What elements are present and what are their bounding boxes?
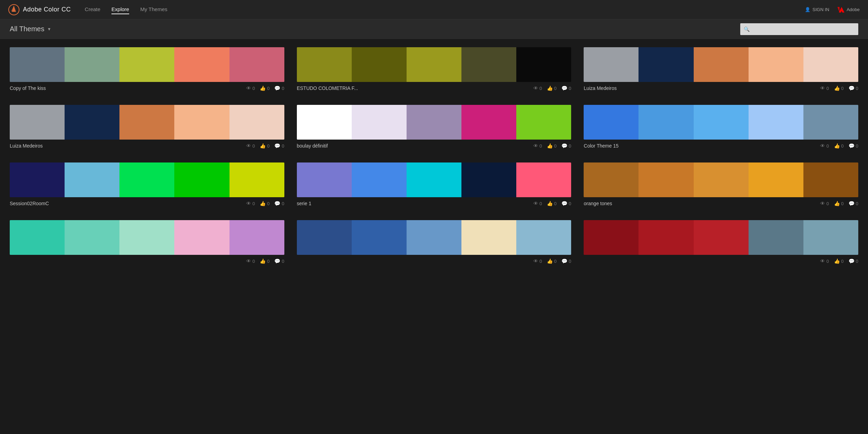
card-stats: 👁 0 👍 0 💬 0	[533, 258, 571, 264]
user-icon: 👤	[805, 7, 810, 12]
color-strip	[584, 105, 858, 140]
color-swatch	[407, 105, 461, 140]
eye-icon: 👁	[820, 85, 825, 91]
card-footer: orange tones 👁 0 👍 0 💬 0	[584, 201, 858, 206]
card-stats: 👁 0 👍 0 💬 0	[533, 143, 571, 149]
views-count: 0	[826, 201, 829, 206]
likes-stat: 👍 0	[547, 258, 557, 264]
color-swatch	[803, 105, 858, 140]
theme-card[interactable]: 👁 0 👍 0 💬 0	[297, 220, 571, 264]
adobe-logo: Adobe	[837, 6, 860, 13]
eye-icon: 👁	[246, 143, 251, 149]
like-icon: 👍	[260, 85, 266, 91]
likes-count: 0	[554, 259, 557, 264]
theme-card[interactable]: Color Theme 15 👁 0 👍 0 💬 0	[584, 105, 858, 149]
likes-count: 0	[554, 143, 557, 149]
adobe-color-logo-icon	[8, 4, 19, 15]
card-footer: ESTUDO COLOMETRIA F... 👁 0 👍 0 💬 0	[297, 85, 571, 91]
theme-card[interactable]: 👁 0 👍 0 💬 0	[584, 220, 858, 264]
theme-card[interactable]: 👁 0 👍 0 💬 0	[10, 220, 284, 264]
theme-title: Color Theme 15	[584, 143, 819, 149]
color-strip	[584, 220, 858, 255]
theme-card[interactable]: Luiza Medeiros 👁 0 👍 0 💬 0	[10, 105, 284, 149]
sign-in-button[interactable]: 👤 SIGN IN	[805, 7, 829, 12]
likes-stat: 👍 0	[834, 85, 844, 91]
color-swatch	[749, 220, 803, 255]
comment-icon: 💬	[561, 143, 567, 149]
theme-card[interactable]: orange tones 👁 0 👍 0 💬 0	[584, 162, 858, 206]
views-stat: 👁 0	[246, 201, 255, 206]
nav-explore[interactable]: Explore	[111, 5, 129, 14]
nav-my-themes[interactable]: My Themes	[140, 5, 167, 14]
comments-stat: 💬 0	[274, 201, 284, 206]
color-swatch	[10, 105, 65, 140]
like-icon: 👍	[834, 143, 840, 149]
card-stats: 👁 0 👍 0 💬 0	[533, 201, 571, 206]
color-swatch	[694, 220, 749, 255]
comment-icon: 💬	[849, 258, 854, 264]
comment-icon: 💬	[274, 85, 280, 91]
card-footer: Copy of The kiss 👁 0 👍 0 💬 0	[10, 85, 284, 91]
color-swatch	[229, 220, 284, 255]
color-swatch	[694, 105, 749, 140]
card-footer: Luiza Medeiros 👁 0 👍 0 💬 0	[584, 85, 858, 91]
color-swatch	[584, 105, 639, 140]
theme-card[interactable]: Copy of The kiss 👁 0 👍 0 💬 0	[10, 47, 284, 91]
likes-stat: 👍 0	[834, 201, 844, 206]
all-themes-button[interactable]: All Themes ▼	[10, 25, 51, 33]
color-strip	[10, 162, 284, 197]
color-strip	[297, 220, 571, 255]
comment-icon: 💬	[274, 258, 280, 264]
color-swatch	[297, 220, 352, 255]
like-icon: 👍	[260, 258, 266, 264]
color-strip	[584, 47, 858, 82]
search-input[interactable]	[740, 23, 858, 35]
card-stats: 👁 0 👍 0 💬 0	[820, 258, 858, 264]
color-swatch	[516, 47, 571, 82]
theme-card[interactable]: Luiza Medeiros 👁 0 👍 0 💬 0	[584, 47, 858, 91]
color-swatch	[461, 47, 516, 82]
color-swatch	[297, 162, 352, 197]
color-swatch	[584, 220, 639, 255]
likes-stat: 👍 0	[260, 201, 269, 206]
comments-count: 0	[282, 143, 284, 149]
search-wrapper: 🔍	[740, 23, 858, 35]
comments-stat: 💬 0	[561, 201, 571, 206]
views-count: 0	[826, 259, 829, 264]
color-strip	[297, 105, 571, 140]
color-swatch	[352, 105, 407, 140]
views-count: 0	[540, 86, 542, 91]
likes-stat: 👍 0	[260, 143, 269, 149]
color-swatch	[803, 47, 858, 82]
color-swatch	[10, 220, 65, 255]
card-footer: serie 1 👁 0 👍 0 💬 0	[297, 201, 571, 206]
color-swatch	[174, 47, 229, 82]
adobe-icon	[837, 6, 844, 13]
color-swatch	[65, 105, 119, 140]
theme-card[interactable]: serie 1 👁 0 👍 0 💬 0	[297, 162, 571, 206]
comment-icon: 💬	[561, 258, 567, 264]
comments-count: 0	[569, 201, 571, 206]
color-swatch	[229, 47, 284, 82]
theme-card[interactable]: Session02RoomC 👁 0 👍 0 💬 0	[10, 162, 284, 206]
theme-title: Luiza Medeiros	[584, 85, 819, 91]
card-stats: 👁 0 👍 0 💬 0	[820, 143, 858, 149]
color-swatch	[10, 162, 65, 197]
views-stat: 👁 0	[533, 258, 542, 264]
card-footer: 👁 0 👍 0 💬 0	[10, 258, 284, 264]
theme-card[interactable]: boulay définitif 👁 0 👍 0 💬 0	[297, 105, 571, 149]
comment-icon: 💬	[849, 143, 854, 149]
comments-stat: 💬 0	[849, 258, 858, 264]
color-strip	[584, 162, 858, 197]
color-swatch	[297, 47, 352, 82]
views-count: 0	[540, 259, 542, 264]
eye-icon: 👁	[533, 201, 538, 206]
app-logo[interactable]: Adobe Color CC	[8, 4, 71, 15]
comment-icon: 💬	[849, 201, 854, 206]
nav-create[interactable]: Create	[85, 5, 100, 14]
color-swatch	[297, 105, 352, 140]
color-strip	[297, 47, 571, 82]
color-swatch	[65, 220, 119, 255]
theme-card[interactable]: ESTUDO COLOMETRIA F... 👁 0 👍 0 💬 0	[297, 47, 571, 91]
comments-count: 0	[569, 143, 571, 149]
